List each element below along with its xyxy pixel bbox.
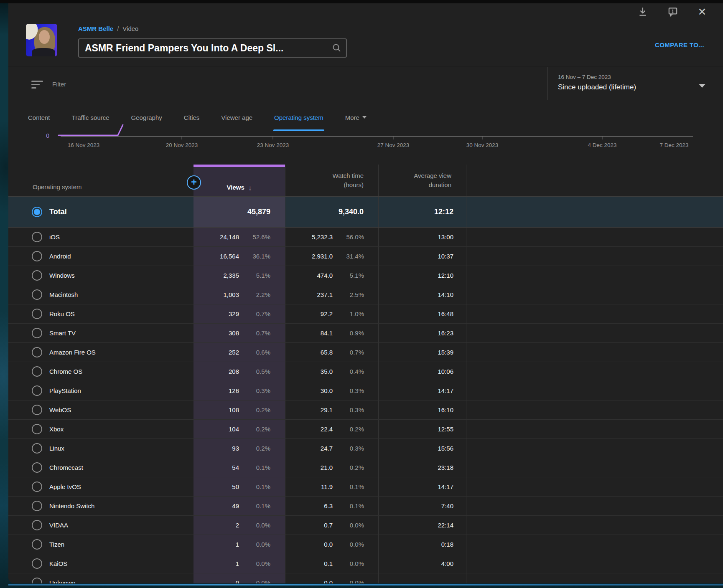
views-percent: 36.1% [239,253,270,260]
radio-button[interactable] [32,424,42,434]
filter-label[interactable]: Filter [52,81,66,88]
avg-duration-cell: 14:17 [378,381,466,400]
date-range-text: 16 Nov – 7 Dec 2023 [558,74,611,80]
views-value: 24,148 [193,233,239,241]
radio-button[interactable] [32,328,42,338]
total-label-cell: Total [8,197,193,227]
radio-button[interactable] [32,366,42,377]
avg-duration-cell: 23:18 [378,458,466,477]
radio-button[interactable] [32,539,42,550]
table-row-total[interactable]: Total 45,879 9,340.0 12:12 [8,196,723,228]
radio-button[interactable] [32,482,42,492]
views-value: 104 [193,426,239,433]
table-row-linux[interactable]: Linux930.2%24.70.3%15:56 [8,439,723,458]
table-row-nintendo-switch[interactable]: Nintendo Switch490.1%6.30.1%7:40 [8,497,723,516]
radio-button[interactable] [32,385,42,396]
column-header-watch-time[interactable]: Watch time (hours) [285,165,378,196]
radio-button[interactable] [32,462,42,473]
watch-time-cell: 30.00.3% [285,381,378,400]
table-row-smart-tv[interactable]: Smart TV3080.7%84.10.9%16:23 [8,324,723,343]
table-row-xbox[interactable]: Xbox1040.2%22.40.2%12:55 [8,420,723,439]
table-row-tizen[interactable]: Tizen10.0%0.00.0%0:18 [8,535,723,554]
entity-search-box[interactable]: ASMR Friend Pampers You Into A Deep Sl..… [78,38,347,58]
radio-button[interactable] [32,289,42,300]
column-header-avg-duration[interactable]: Average view duration [378,165,466,196]
views-timeline-chart[interactable]: 0 16 Nov 202320 Nov 202323 Nov 202327 No… [8,124,723,150]
column-header-dimension[interactable]: Operating system [8,165,193,196]
radio-button[interactable] [32,520,42,530]
table-row-macintosh[interactable]: Macintosh1,0032.2%237.12.5%14:10 [8,285,723,304]
views-cell: 500.1% [193,477,285,496]
radio-button[interactable] [32,405,42,415]
watch-time-cell: 0.00.0% [285,535,378,554]
table-row-webos[interactable]: WebOS1080.2%29.10.3%16:10 [8,400,723,420]
date-range-picker[interactable]: 16 Nov – 7 Dec 2023 Since uploaded (life… [547,67,723,100]
table-row-apple-tvos[interactable]: Apple tvOS500.1%11.90.1%14:17 [8,477,723,497]
views-value: 1 [193,541,239,548]
views-percent: 0.7% [239,310,270,317]
radio-button[interactable] [32,251,42,261]
radio-button[interactable] [32,347,42,357]
os-label-cell: Tizen [8,535,193,554]
watch-time-percent: 0.1% [333,502,364,509]
views-percent: 0.0% [239,522,270,529]
download-button[interactable] [635,4,650,19]
compare-to-button[interactable]: COMPARE TO... [655,41,704,48]
breadcrumb-section: Video [122,25,138,32]
radio-button[interactable] [32,232,42,242]
table-row-kaios[interactable]: KaiOS10.0%0.10.0%4:00 [8,554,723,573]
views-percent: 2.2% [239,291,270,298]
os-label: Macintosh [49,291,78,298]
radio-button-selected[interactable] [32,207,42,217]
os-label: VIDAA [49,522,68,529]
views-cell: 00.0% [193,573,285,583]
filter-button[interactable] [31,79,44,90]
views-line-series [59,125,123,135]
add-metric-button[interactable]: + [187,175,201,190]
watch-time-percent: 0.2% [333,464,364,471]
radio-button[interactable] [32,309,42,319]
video-thumbnail[interactable] [26,24,57,56]
views-cell: 10.0% [193,554,285,573]
feedback-button[interactable] [665,4,680,19]
radio-button[interactable] [32,270,42,281]
watch-time-value: 5,232.3 [285,233,333,241]
os-label-cell: Nintendo Switch [8,497,193,515]
table-row-unknown[interactable]: Unknown00.0%0.00.0%– [8,573,723,583]
table-row-amazon-fire-os[interactable]: Amazon Fire OS2520.6%65.80.7%15:39 [8,343,723,362]
views-percent: 0.0% [239,541,270,548]
watch-time-cell: 65.80.7% [285,343,378,362]
table-row-chromecast[interactable]: Chromecast540.1%21.00.2%23:18 [8,458,723,477]
table-row-android[interactable]: Android16,56436.1%2,931.031.4%10:37 [8,247,723,266]
table-row-ios[interactable]: iOS24,14852.6%5,232.356.0%13:00 [8,228,723,247]
views-percent: 0.1% [239,502,270,509]
table-row-windows[interactable]: Windows2,3355.1%474.05.1%12:10 [8,266,723,285]
watch-time-percent: 0.0% [333,579,364,583]
views-cell: 1,0032.2% [193,285,285,304]
close-button[interactable]: ✕ [695,4,710,19]
table-row-chrome-os[interactable]: Chrome OS2080.5%35.00.4%10:06 [8,362,723,381]
radio-button[interactable] [32,501,42,511]
views-value: 108 [193,406,239,413]
breadcrumb-channel-link[interactable]: ASMR Belle [78,25,113,32]
table-row-roku-os[interactable]: Roku OS3290.7%92.21.0%16:48 [8,304,723,324]
column-header-views[interactable]: Views ↓ [193,165,285,196]
watch-time-value: 237.1 [285,291,333,298]
radio-button[interactable] [32,578,42,583]
watch-time-cell: 29.10.3% [285,400,378,419]
watch-time-value: 30.0 [285,387,333,394]
table-row-vidaa[interactable]: VIDAA20.0%0.70.0%22:14 [8,516,723,535]
watch-time-cell: 474.05.1% [285,266,378,285]
page-bottom-edge [8,584,723,585]
watch-time-value: 22.4 [285,426,333,433]
os-label: Roku OS [49,310,75,317]
x-axis-label: 30 Nov 2023 [466,142,499,148]
total-watch-cell: 9,340.0 [285,197,378,227]
total-views-cell: 45,879 [193,197,285,227]
feedback-icon [667,6,678,17]
views-cell: 2520.6% [193,343,285,362]
radio-button[interactable] [32,558,42,569]
os-label-cell: Roku OS [8,304,193,323]
table-row-playstation[interactable]: PlayStation1260.3%30.00.3%14:17 [8,381,723,400]
radio-button[interactable] [32,443,42,454]
